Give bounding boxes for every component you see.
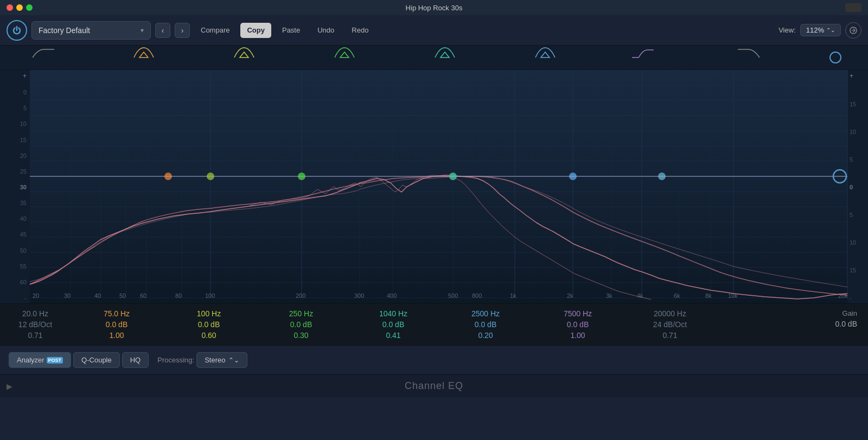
svg-text:300: 300	[354, 292, 364, 299]
next-button[interactable]: ›	[175, 23, 190, 38]
svg-text:60: 60	[140, 292, 146, 299]
footer: ▶ Channel EQ	[0, 374, 868, 397]
band4-info[interactable]: 250 Hz 0.0 dB 0.30	[255, 304, 347, 345]
power-icon	[11, 25, 22, 36]
preset-dropdown[interactable]: Factory Default ▾	[31, 21, 151, 40]
processing-label: Processing:	[157, 356, 194, 364]
svg-marker-5	[541, 52, 550, 58]
band-info: 20.0 Hz 12 dB/Oct 0.71 75.0 Hz 0.0 dB 1.…	[0, 303, 868, 345]
svg-rect-7	[30, 70, 847, 303]
title-bar: Hip Hop Rock 30s	[0, 0, 868, 15]
svg-text:40: 40	[94, 292, 101, 299]
svg-text:80: 80	[175, 292, 182, 299]
svg-marker-4	[441, 52, 449, 58]
undo-button[interactable]: Undo	[311, 23, 341, 38]
paste-button[interactable]: Paste	[276, 23, 307, 38]
copy-button[interactable]: Copy	[240, 23, 271, 38]
svg-text:4k: 4k	[637, 292, 643, 299]
eq-graph-svg: 20 30 40 50 60 80 100 200 300 400 500 80…	[0, 70, 868, 303]
maximize-button[interactable]	[26, 4, 33, 11]
toolbar: Factory Default ▾ ‹ › Compare Copy Paste…	[0, 15, 868, 46]
svg-text:8k: 8k	[705, 292, 712, 299]
svg-text:6k: 6k	[674, 292, 680, 299]
svg-marker-3	[340, 52, 349, 58]
svg-point-6	[830, 52, 841, 63]
band8-info[interactable]: 20000 Hz 24 dB/Oct 0.71	[624, 304, 716, 345]
svg-text:100: 100	[205, 292, 215, 299]
eq-graph[interactable]: + 0 5 10 15 20 25 30 35 40 45 50 55 60 -…	[0, 70, 868, 303]
band-shapes-svg	[0, 46, 868, 70]
chevron-updown-icon: ⌃⌄	[228, 356, 239, 364]
window-control[interactable]	[845, 3, 861, 12]
post-badge: POST	[47, 357, 63, 364]
chevron-down-icon: ▾	[141, 27, 144, 34]
svg-text:400: 400	[387, 292, 397, 299]
svg-text:500: 500	[448, 292, 458, 299]
traffic-lights	[7, 4, 33, 11]
svg-text:200: 200	[296, 292, 305, 299]
preset-label: Factory Default	[39, 26, 90, 35]
svg-text:2k: 2k	[567, 292, 573, 299]
y-axis-right: + 15 10 5 0 5 10 15 -	[847, 70, 868, 303]
svg-text:20: 20	[33, 292, 39, 299]
band7-info[interactable]: 7500 Hz 0.0 dB 1.00	[532, 304, 624, 345]
svg-text:50: 50	[119, 292, 126, 299]
window-title: Hip Hop Rock 30s	[406, 4, 463, 12]
band3-info[interactable]: 100 Hz 0.0 dB 0.60	[163, 304, 255, 345]
band5-info[interactable]: 1040 Hz 0.0 dB 0.41	[347, 304, 439, 345]
bottom-bar: Analyzer POST Q-Couple HQ Processing: St…	[0, 345, 868, 374]
power-button[interactable]	[7, 20, 27, 41]
band6-info[interactable]: 2500 Hz 0.0 dB 0.20	[439, 304, 532, 345]
analyzer-button[interactable]: Analyzer POST	[9, 352, 71, 368]
gain-info[interactable]: Gain 0.0 dB	[716, 304, 868, 345]
svg-text:30: 30	[64, 292, 71, 299]
processing-select[interactable]: Stereo ⌃⌄	[196, 352, 247, 368]
svg-text:3k: 3k	[606, 292, 612, 299]
chevron-updown-icon: ⌃⌄	[826, 27, 835, 33]
q-couple-button[interactable]: Q-Couple	[73, 352, 120, 368]
compare-button[interactable]: Compare	[194, 23, 236, 38]
y-axis-left: + 0 5 10 15 20 25 30 35 40 45 50 55 60 -	[0, 70, 30, 303]
svg-text:800: 800	[472, 292, 482, 299]
band1-info[interactable]: 20.0 Hz 12 dB/Oct 0.71	[0, 304, 71, 345]
minimize-button[interactable]	[16, 4, 23, 11]
plugin-title: Channel EQ	[405, 380, 463, 392]
y-label-plus: +	[0, 72, 30, 80]
prev-button[interactable]: ‹	[155, 23, 170, 38]
band2-info[interactable]: 75.0 Hz 0.0 dB 1.00	[71, 304, 163, 345]
link-button[interactable]	[845, 22, 861, 39]
view-value[interactable]: 112% ⌃⌄	[800, 24, 841, 36]
play-button[interactable]: ▶	[7, 382, 12, 391]
band-shapes-row	[0, 46, 868, 70]
close-button[interactable]	[7, 4, 13, 11]
svg-marker-2	[240, 52, 248, 58]
svg-marker-1	[139, 52, 148, 58]
link-icon	[849, 26, 858, 35]
hq-button[interactable]: HQ	[122, 352, 149, 368]
svg-text:1k: 1k	[510, 292, 516, 299]
redo-button[interactable]: Redo	[345, 23, 375, 38]
view-label: View:	[778, 26, 796, 34]
view-control: View: 112% ⌃⌄	[778, 22, 861, 39]
